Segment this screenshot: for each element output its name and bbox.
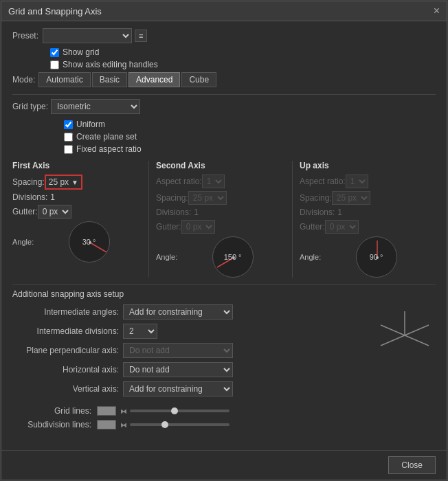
up-aspect-row: Aspect ratio: 1 — [300, 175, 429, 188]
snapping-fields: Intermediate angles: Add for constrainin… — [12, 304, 367, 401]
tab-cube[interactable]: Cube — [181, 72, 216, 87]
first-angle-row: Angle: 30 ° — [12, 221, 142, 262]
tab-basic[interactable]: Basic — [92, 72, 127, 87]
first-angle-circle: 30 ° — [69, 221, 110, 262]
subdivision-lines-swatch[interactable] — [97, 420, 116, 429]
second-angle-circle: 150 ° — [212, 236, 254, 278]
up-spacing-row: Spacing: 25 px — [300, 191, 429, 205]
first-gutter-row: Gutter: 0 px — [12, 205, 142, 219]
preset-row: Preset: ≡ — [12, 28, 436, 43]
second-gutter-select[interactable]: 0 px — [181, 220, 215, 234]
first-angle-value: 30 ° — [82, 238, 96, 246]
intermediate-angles-select[interactable]: Add for constraining Add constraining Do… — [123, 304, 233, 320]
up-divisions-value: 1 — [337, 208, 342, 217]
additional-snapping-title: Additional snapping axis setup — [12, 289, 436, 299]
first-spacing-label: Spacing: — [12, 177, 45, 187]
intermediate-divisions-label: Intermediate divisions: — [12, 326, 119, 336]
fixed-aspect-row: Fixed aspect ratio — [64, 144, 436, 154]
up-angle-circle: 90 ° — [356, 236, 397, 278]
intermediate-angles-label: Intermediate angles: — [12, 307, 119, 317]
tab-automatic[interactable]: Automatic — [38, 72, 90, 87]
up-gutter-select[interactable]: 0 px — [325, 220, 359, 234]
first-axis-col: First Axis Spacing: 25 px ▼ Divisions: 1… — [12, 161, 148, 278]
up-axis-col: Up axis Aspect ratio: 1 Spacing: 25 px D… — [292, 161, 436, 278]
intermediate-divisions-select[interactable]: 1 2 3 4 — [123, 324, 157, 339]
second-divisions-row: Divisions: 1 — [156, 208, 285, 217]
tab-advanced[interactable]: Advanced — [128, 72, 180, 87]
svg-line-9 — [405, 325, 429, 335]
vertical-axis-select[interactable]: Add for constraining Add constraining Do… — [123, 381, 233, 396]
svg-line-10 — [381, 325, 405, 335]
grid-lines-swatch[interactable] — [97, 406, 116, 416]
second-divisions-value: 1 — [194, 208, 199, 217]
dialog-footer: Close — [1, 450, 447, 480]
horizontal-axis-label: Horizontal axis: — [12, 365, 119, 374]
first-spacing-value: 25 px — [49, 177, 69, 187]
second-spacing-select[interactable]: 25 px — [188, 191, 227, 205]
close-dialog-button[interactable]: Close — [388, 456, 436, 474]
up-spacing-select[interactable]: 25 px — [332, 191, 370, 205]
up-spacing-label: Spacing: — [300, 193, 332, 203]
second-gutter-label: Gutter: — [156, 222, 181, 232]
show-axis-label: Show axis editing handles — [63, 60, 158, 69]
fixed-aspect-checkbox[interactable] — [64, 145, 73, 154]
first-divisions-value: 1 — [50, 192, 55, 202]
axis-diagram-svg — [374, 304, 436, 366]
preset-options-button[interactable]: ≡ — [135, 30, 147, 42]
axes-section: First Axis Spacing: 25 px ▼ Divisions: 1… — [12, 161, 436, 278]
create-plane-label: Create plane set — [76, 132, 137, 142]
create-plane-checkbox[interactable] — [64, 133, 73, 142]
first-gutter-select[interactable]: 0 px — [38, 205, 71, 219]
show-grid-row: Show grid — [50, 47, 436, 57]
uniform-row: Uniform — [64, 120, 436, 129]
grid-lines-slider[interactable] — [130, 410, 229, 412]
uniform-label: Uniform — [76, 120, 105, 129]
uniform-checkbox[interactable] — [64, 120, 73, 129]
svg-line-6 — [405, 335, 429, 346]
plane-perpendicular-select[interactable]: Do not add Add for constraining Add cons… — [123, 343, 233, 358]
show-axis-checkbox[interactable] — [50, 60, 59, 69]
up-gutter-row: Gutter: 0 px — [300, 220, 429, 234]
snapping-grid: Intermediate angles: Add for constrainin… — [12, 304, 436, 401]
preset-select[interactable] — [43, 28, 132, 43]
show-grid-checkbox[interactable] — [50, 48, 59, 57]
first-divisions-label: Divisions: — [12, 192, 47, 202]
up-divisions-row: Divisions: 1 — [300, 208, 429, 217]
up-angle-row: Angle: 90 ° — [300, 236, 429, 278]
second-angle-label: Angle: — [156, 253, 177, 261]
second-aspect-select[interactable]: 1 — [202, 175, 225, 188]
plane-perpendicular-label: Plane perpendicular axis: — [12, 346, 119, 355]
grid-type-row: Grid type: Isometric Rectangular Hexagon… — [12, 99, 436, 114]
first-gutter-label: Gutter: — [12, 207, 38, 216]
first-divisions-row: Divisions: 1 — [12, 192, 142, 202]
second-angle-value: 150 ° — [224, 253, 242, 261]
show-grid-label: Show grid — [63, 47, 99, 57]
subdivision-lines-link-icon: ⧓ — [120, 421, 127, 429]
up-aspect-select[interactable]: 1 — [346, 175, 368, 188]
second-gutter-row: Gutter: 0 px — [156, 220, 285, 234]
subdivision-lines-row: Subdivision lines: ⧓ — [12, 420, 436, 429]
grid-lines-row: Grid lines: ⧓ — [12, 406, 436, 416]
subdivision-lines-slider[interactable] — [130, 423, 229, 426]
window-close-button[interactable]: × — [434, 5, 440, 16]
fixed-aspect-label: Fixed aspect ratio — [76, 144, 142, 154]
vertical-axis-row: Vertical axis: Add for constraining Add … — [12, 381, 367, 396]
second-aspect-row: Aspect ratio: 1 — [156, 175, 285, 188]
create-plane-row: Create plane set — [64, 132, 436, 142]
grid-lines-link-icon: ⧓ — [120, 407, 127, 415]
mode-tabs-row: Mode: Automatic Basic Advanced Cube — [12, 72, 436, 87]
second-axis-title: Second Axis — [156, 161, 285, 170]
grid-lines-label: Grid lines: — [12, 406, 91, 416]
second-axis-col: Second Axis Aspect ratio: 1 Spacing: 25 … — [148, 161, 292, 278]
vertical-axis-label: Vertical axis: — [12, 384, 119, 394]
bottom-section: Grid lines: ⧓ Subdivision lines: ⧓ — [12, 406, 436, 429]
subdivision-lines-label: Subdivision lines: — [12, 420, 91, 429]
grid-type-select[interactable]: Isometric Rectangular Hexagonal — [51, 99, 140, 114]
up-angle-label: Angle: — [300, 253, 321, 261]
second-angle-row: Angle: 150 ° — [156, 236, 285, 278]
horizontal-axis-select[interactable]: Do not add Add for constraining Add cons… — [123, 362, 233, 377]
first-spacing-row: Spacing: 25 px ▼ — [12, 175, 142, 190]
up-divisions-label: Divisions: — [300, 208, 335, 217]
second-divisions-label: Divisions: — [156, 208, 191, 217]
second-aspect-label: Aspect ratio: — [156, 177, 202, 186]
